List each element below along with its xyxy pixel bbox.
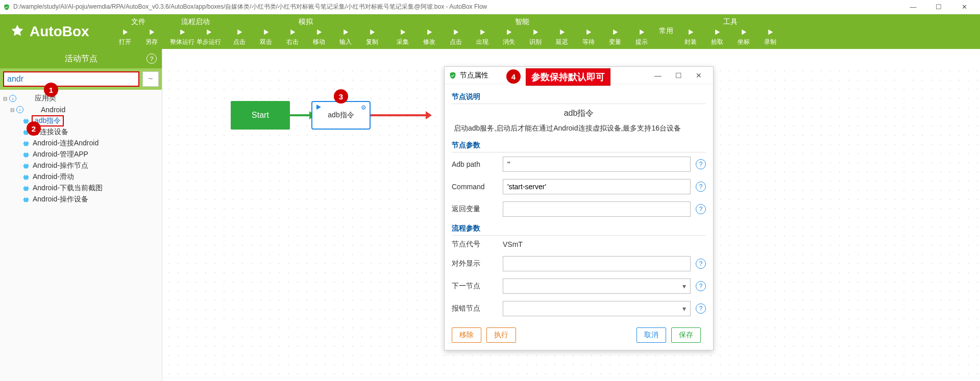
side-panel-title: 活动节点: [65, 54, 97, 64]
dialog-close-button[interactable]: ✕: [689, 68, 709, 83]
label-next-node: 下一节点: [452, 282, 503, 291]
section-header-params: 节点参数: [452, 141, 706, 153]
ribbon-button[interactable]: 点击: [226, 28, 253, 46]
ribbon-button[interactable]: 等待: [575, 28, 602, 46]
window-titlebar: D:/wample/study/AI/AI-poju/wemdia/RPA/Au…: [0, 0, 980, 14]
ribbon-button[interactable]: 提示: [628, 28, 655, 46]
shield-icon: [3, 4, 10, 11]
input-display[interactable]: [503, 256, 691, 271]
tree-row-selected[interactable]: adb指令: [2, 115, 160, 126]
android-icon: [22, 140, 30, 147]
adb-node[interactable]: ⚙ adb指令: [311, 101, 371, 130]
ribbon-group-title: 模拟: [226, 17, 385, 27]
search-input[interactable]: [3, 71, 139, 87]
ribbon-button[interactable]: 右击: [279, 28, 306, 46]
ribbon-button[interactable]: 点击: [443, 28, 469, 46]
ribbon-button[interactable]: 采集: [389, 28, 416, 46]
window-title: D:/wample/study/AI/AI-poju/wemdia/RPA/Au…: [13, 3, 487, 11]
svg-rect-5: [24, 176, 28, 179]
tree-row[interactable]: Android-连接Android: [2, 138, 160, 149]
label-adb-path: Adb path: [452, 160, 503, 168]
dialog-maximize-button[interactable]: ☐: [668, 68, 689, 83]
ribbon-button[interactable]: 封装: [677, 28, 704, 46]
help-icon[interactable]: ?: [696, 182, 706, 192]
android-icon: [22, 151, 30, 158]
ribbon-button[interactable]: 延迟: [549, 28, 575, 46]
svg-rect-4: [24, 165, 28, 168]
play-icon: [315, 104, 322, 110]
help-icon[interactable]: ?: [696, 281, 706, 291]
dialog-minimize-button[interactable]: ―: [648, 68, 668, 83]
input-return-var[interactable]: [503, 201, 691, 217]
ribbon-button[interactable]: 变量: [602, 28, 628, 46]
node-description-title: adb指令: [452, 108, 706, 119]
search-toggle-button[interactable]: ~: [142, 71, 159, 87]
tree-row[interactable]: Android-操作节点: [2, 160, 160, 171]
label-node-id: 节点代号: [452, 240, 503, 249]
ribbon-button[interactable]: 另存: [138, 28, 165, 46]
annotation-note: 参数保持默认即可: [526, 68, 610, 86]
section-header-description: 节点说明: [452, 92, 706, 104]
ribbon-button[interactable]: 录制: [757, 28, 783, 46]
android-icon: [22, 185, 30, 192]
input-command[interactable]: [503, 179, 691, 194]
ribbon-group-title: 智能: [389, 17, 655, 27]
ribbon-button[interactable]: 识别: [522, 28, 549, 46]
tree-row[interactable]: Android-下载当前截图: [2, 183, 160, 194]
window-minimize-button[interactable]: ―: [900, 0, 926, 14]
input-adb-path[interactable]: [503, 157, 691, 172]
node-tree: ⊟应用类⊟Androidadb指令可连接设备Android-连接AndroidA…: [0, 90, 162, 208]
chevron-icon: [9, 95, 16, 102]
tree-row[interactable]: Android-管理APP: [2, 149, 160, 160]
ribbon-group-title: 文件: [112, 17, 165, 27]
help-icon[interactable]: ?: [696, 259, 706, 269]
side-panel-header: 活动节点 ?: [0, 49, 162, 68]
svg-rect-7: [24, 198, 28, 201]
ribbon-button[interactable]: 消失: [496, 28, 522, 46]
tree-row[interactable]: ⊟应用类: [2, 93, 160, 104]
ribbon-button[interactable]: 输入: [332, 28, 359, 46]
help-icon[interactable]: ?: [146, 54, 157, 64]
window-maximize-button[interactable]: ☐: [926, 0, 951, 14]
save-button[interactable]: 保存: [671, 327, 701, 343]
ribbon-button[interactable]: 单步运行: [195, 28, 222, 46]
side-panel: 活动节点 ? ~ ⊟应用类⊟Androidadb指令可连接设备Android-连…: [0, 49, 162, 381]
flow-arrow-error: [371, 114, 427, 116]
ribbon-button[interactable]: 打开: [112, 28, 138, 46]
node-properties-dialog: 节点属性 ― ☐ ✕ 节点说明 adb指令 启动adb服务,启动后才能在通过An…: [444, 66, 714, 350]
svg-rect-6: [24, 187, 28, 190]
gear-icon: ⚙: [361, 104, 366, 111]
execute-button[interactable]: 执行: [486, 327, 516, 343]
svg-rect-0: [24, 120, 28, 123]
start-node[interactable]: Start: [231, 101, 290, 130]
tree-row[interactable]: ⊟Android: [2, 104, 160, 115]
value-node-id: VSmT: [503, 240, 706, 248]
tree-row[interactable]: Android-滑动: [2, 171, 160, 183]
help-icon[interactable]: ?: [696, 204, 706, 214]
ribbon-button[interactable]: 双击: [253, 28, 279, 46]
ribbon-group-title: 流程启动: [169, 17, 222, 27]
delete-button[interactable]: 移除: [452, 327, 481, 343]
cancel-button[interactable]: 取消: [636, 327, 666, 343]
annotation-badge-1: 1: [44, 83, 58, 97]
android-icon: [22, 162, 30, 169]
ribbon-button[interactable]: 坐标: [730, 28, 757, 46]
ribbon-button[interactable]: 复制: [359, 28, 385, 46]
ribbon-button[interactable]: 拾取: [704, 28, 730, 46]
tree-row[interactable]: Android-操作设备: [2, 194, 160, 205]
ribbon-button[interactable]: 出现: [469, 28, 496, 46]
tree-row[interactable]: 可连接设备: [2, 126, 160, 138]
svg-rect-3: [24, 154, 28, 157]
help-icon[interactable]: ?: [696, 159, 706, 169]
android-icon: [22, 196, 30, 203]
annotation-badge-4: 4: [506, 69, 521, 84]
ribbon-button[interactable]: 修改: [416, 28, 443, 46]
ribbon-button[interactable]: 移动: [306, 28, 332, 46]
select-next-node[interactable]: ▾: [503, 278, 691, 294]
select-error-node[interactable]: ▾: [503, 301, 691, 316]
node-description-text: 启动adb服务,启动后才能在通过Android连接虚拟设备,最多支持16台设备: [452, 123, 706, 138]
help-icon[interactable]: ?: [696, 303, 706, 314]
window-close-button[interactable]: ✕: [951, 0, 977, 14]
ribbon-button[interactable]: 整体运行: [169, 28, 195, 46]
annotation-badge-3: 3: [334, 89, 348, 104]
